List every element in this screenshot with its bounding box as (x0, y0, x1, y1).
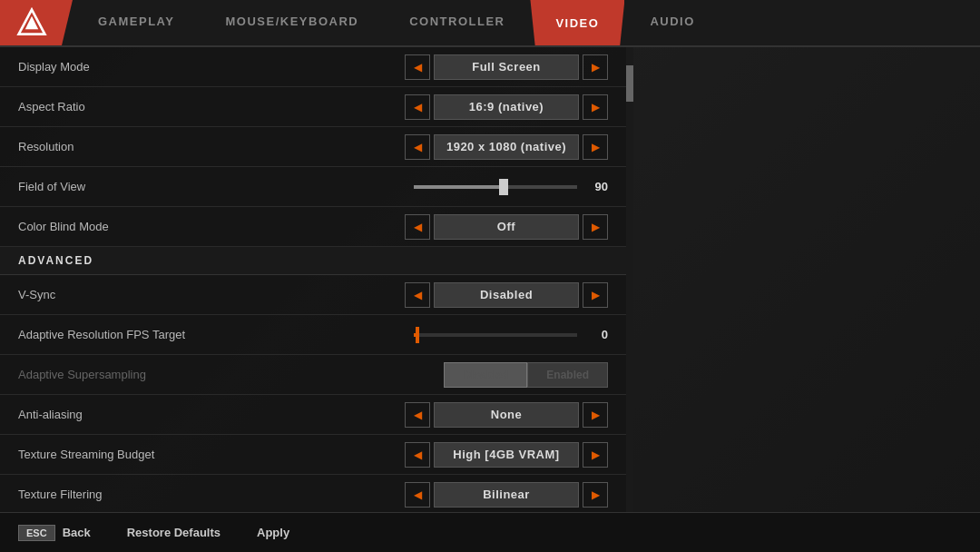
display-mode-right-btn[interactable]: ▶ (583, 54, 608, 80)
resolution-right-btn[interactable]: ▶ (583, 134, 608, 160)
resolution-control: ◀ 1920 x 1080 (native) ▶ (405, 134, 608, 160)
color-blind-right-btn[interactable]: ▶ (583, 214, 608, 240)
restore-defaults-action[interactable]: Restore Defaults (127, 526, 220, 539)
color-blind-value: Off (434, 214, 579, 240)
adaptive-res-slider-track[interactable] (414, 333, 577, 337)
texture-filtering-control: ◀ Bilinear ▶ (405, 482, 608, 508)
anti-aliasing-row: Anti-aliasing ◀ None ▶ (0, 395, 626, 435)
texture-filtering-left-btn[interactable]: ◀ (405, 482, 430, 508)
back-label: Back (63, 526, 91, 539)
main-content: Display Mode ◀ Full Screen ▶ Aspect Rati… (0, 47, 980, 512)
vsync-value: Disabled (434, 282, 579, 308)
texture-streaming-row: Texture Streaming Budget ◀ High [4GB VRA… (0, 435, 626, 475)
nav-tabs-container: GAMEPLAY MOUSE/KEYBOARD CONTROLLER VIDEO… (73, 0, 980, 45)
vsync-control: ◀ Disabled ▶ (405, 282, 608, 308)
aspect-ratio-control: ◀ 16:9 (native) ▶ (405, 94, 608, 120)
adaptive-supersampling-disabled-btn[interactable]: Disabled (444, 362, 527, 388)
texture-filtering-right-btn[interactable]: ▶ (583, 482, 608, 508)
display-mode-row: Display Mode ◀ Full Screen ▶ (0, 47, 626, 87)
anti-aliasing-right-btn[interactable]: ▶ (583, 402, 608, 428)
resolution-label: Resolution (18, 140, 405, 153)
display-mode-control: ◀ Full Screen ▶ (405, 54, 608, 80)
resolution-row: Resolution ◀ 1920 x 1080 (native) ▶ (0, 127, 626, 167)
fov-slider-fill (414, 185, 504, 189)
fov-row: Field of View 90 (0, 167, 626, 207)
aspect-ratio-row: Aspect Ratio ◀ 16:9 (native) ▶ (0, 87, 626, 127)
adaptive-supersampling-enabled-btn[interactable]: Enabled (527, 362, 608, 388)
resolution-value: 1920 x 1080 (native) (434, 134, 579, 160)
display-mode-value: Full Screen (434, 54, 579, 80)
texture-filtering-value: Bilinear (434, 482, 579, 508)
texture-filtering-label: Texture Filtering (18, 488, 405, 501)
apex-logo-area (0, 0, 73, 45)
tab-mouse-keyboard[interactable]: MOUSE/KEYBOARD (200, 0, 384, 45)
texture-streaming-right-btn[interactable]: ▶ (583, 442, 608, 468)
scrollbar-thumb[interactable] (626, 65, 633, 102)
adaptive-supersampling-control: Disabled Enabled (444, 362, 608, 388)
display-mode-left-btn[interactable]: ◀ (405, 54, 430, 80)
aspect-ratio-label: Aspect Ratio (18, 100, 405, 113)
fov-slider-track[interactable] (414, 185, 577, 189)
esc-key-badge: ESC (18, 525, 55, 541)
vsync-row: V-Sync ◀ Disabled ▶ (0, 275, 626, 315)
adaptive-res-row: Adaptive Resolution FPS Target 0 (0, 315, 626, 355)
right-panel (633, 47, 980, 512)
aspect-ratio-value: 16:9 (native) (434, 94, 579, 120)
tab-gameplay[interactable]: GAMEPLAY (73, 0, 200, 45)
tab-controller[interactable]: CONTROLLER (384, 0, 530, 45)
adaptive-res-slider-thumb (416, 327, 419, 343)
fov-value: 90 (586, 180, 608, 193)
texture-streaming-value: High [4GB VRAM] (434, 442, 579, 468)
texture-streaming-label: Texture Streaming Budget (18, 448, 405, 461)
apply-label: Apply (257, 526, 289, 539)
bottom-bar: ESC Back Restore Defaults Apply (0, 512, 980, 552)
tab-audio[interactable]: AUDIO (624, 0, 720, 45)
fov-label: Field of View (18, 180, 414, 193)
texture-filtering-row: Texture Filtering ◀ Bilinear ▶ (0, 475, 626, 512)
vsync-right-btn[interactable]: ▶ (583, 282, 608, 308)
color-blind-control: ◀ Off ▶ (405, 214, 608, 240)
anti-aliasing-control: ◀ None ▶ (405, 402, 608, 428)
settings-panel: Display Mode ◀ Full Screen ▶ Aspect Rati… (0, 47, 626, 512)
display-mode-label: Display Mode (18, 60, 405, 74)
top-navigation: GAMEPLAY MOUSE/KEYBOARD CONTROLLER VIDEO… (0, 0, 980, 47)
color-blind-left-btn[interactable]: ◀ (405, 214, 430, 240)
adaptive-supersampling-label: Adaptive Supersampling (18, 368, 444, 381)
color-blind-row: Color Blind Mode ◀ Off ▶ (0, 207, 626, 247)
advanced-section-header: ADVANCED (0, 247, 626, 275)
resolution-left-btn[interactable]: ◀ (405, 134, 430, 160)
fov-control: 90 (414, 180, 608, 193)
texture-streaming-control: ◀ High [4GB VRAM] ▶ (405, 442, 608, 468)
apply-action[interactable]: Apply (257, 526, 289, 539)
tab-video[interactable]: VIDEO (530, 0, 624, 45)
adaptive-res-control: 0 (414, 328, 608, 341)
aspect-ratio-right-btn[interactable]: ▶ (583, 94, 608, 120)
texture-streaming-left-btn[interactable]: ◀ (405, 442, 430, 468)
anti-aliasing-value: None (434, 402, 579, 428)
scrollbar-track[interactable] (626, 47, 633, 512)
aspect-ratio-left-btn[interactable]: ◀ (405, 94, 430, 120)
vsync-label: V-Sync (18, 288, 405, 301)
back-action[interactable]: ESC Back (18, 525, 91, 541)
anti-aliasing-left-btn[interactable]: ◀ (405, 402, 430, 428)
anti-aliasing-label: Anti-aliasing (18, 408, 405, 421)
vsync-left-btn[interactable]: ◀ (405, 282, 430, 308)
adaptive-supersampling-row: Adaptive Supersampling Disabled Enabled (0, 355, 626, 395)
color-blind-label: Color Blind Mode (18, 220, 405, 233)
fov-slider-thumb (499, 179, 508, 195)
adaptive-res-label: Adaptive Resolution FPS Target (18, 328, 414, 341)
adaptive-res-value: 0 (586, 328, 608, 341)
restore-defaults-label: Restore Defaults (127, 526, 220, 539)
apex-logo-icon (15, 6, 48, 39)
